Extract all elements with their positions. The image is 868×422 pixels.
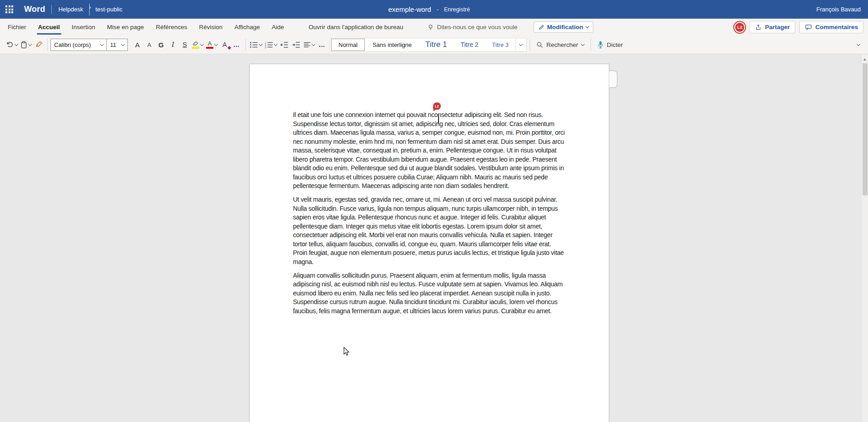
chevron-down-icon [15, 42, 18, 46]
comments-button[interactable]: Commentaires [799, 21, 863, 33]
clear-formatting-button[interactable]: A [219, 38, 231, 51]
highlight-icon [192, 41, 199, 49]
title-separator: - [437, 6, 439, 13]
numbering-button[interactable]: 123 [263, 38, 278, 51]
breadcrumb: Helpdesk › test-public [58, 4, 122, 15]
clear-formatting-icon: A [222, 41, 227, 48]
comments-label: Commentaires [815, 24, 858, 31]
mode-button[interactable]: Modification [534, 21, 594, 33]
share-button[interactable]: Partager [749, 21, 795, 33]
numbered-list-icon: 123 [265, 41, 273, 48]
style-titre-1[interactable]: Titre 1 [419, 38, 454, 51]
format-painter-button[interactable] [33, 38, 45, 51]
save-status[interactable]: Enregistré [444, 6, 470, 13]
waffle-icon [5, 5, 13, 13]
chevron-down-icon [585, 25, 589, 28]
align-icon [303, 42, 311, 48]
alignment-button[interactable] [302, 38, 316, 51]
style-titre-3[interactable]: Titre 3 [485, 38, 515, 51]
format-painter-icon [35, 41, 43, 48]
tab-affichage[interactable]: Affichage [228, 19, 266, 36]
grow-font-button[interactable]: A [131, 38, 143, 51]
font-size-select[interactable]: 11 [107, 39, 128, 51]
tell-me-box[interactable]: Dites-nous ce que vous voule [421, 19, 524, 36]
comment-icon [805, 24, 812, 31]
chevron-down-icon [200, 42, 204, 46]
tab-mise-en-page[interactable]: Mise en page [101, 19, 150, 36]
tab-fichier[interactable]: Fichier [2, 19, 32, 36]
italic-icon: I [172, 41, 174, 48]
bullet-list-icon [250, 41, 258, 48]
document-canvas: Il etait une fois une connexion internet… [0, 54, 868, 422]
comment-indicator-tab[interactable] [609, 71, 617, 88]
tab-accueil[interactable]: Accueil [32, 19, 66, 36]
breadcrumb-site[interactable]: Helpdesk [58, 6, 83, 13]
collapse-ribbon-button[interactable] [853, 38, 864, 51]
breadcrumb-item[interactable]: test-public [96, 6, 122, 13]
search-button[interactable]: Rechercher [533, 38, 588, 51]
bold-button[interactable]: G [155, 38, 167, 51]
user-name[interactable]: François Bavaud [816, 6, 868, 13]
font-name-select[interactable]: Calibri (corps) [50, 39, 107, 51]
font-name-value: Calibri (corps) [54, 41, 91, 48]
decrease-indent-button[interactable] [278, 38, 290, 51]
paste-button[interactable] [19, 38, 33, 51]
scrollbar-thumb[interactable] [863, 63, 868, 195]
style-normal[interactable]: Normal [331, 39, 365, 51]
ellipsis-icon: … [233, 41, 240, 48]
document-title[interactable]: exemple-word [388, 5, 431, 13]
vertical-scrollbar[interactable] [861, 54, 868, 422]
divider [590, 39, 591, 51]
more-paragraph-options-button[interactable]: … [316, 38, 328, 51]
open-in-desktop-button[interactable]: Ouvrir dans l'application de bureau [303, 19, 409, 36]
dictate-button[interactable]: Dicter [594, 38, 626, 51]
chevron-down-icon [214, 42, 218, 46]
bold-icon: G [158, 41, 164, 48]
breadcrumb-separator: › [89, 4, 90, 15]
font-color-icon: A [206, 41, 213, 49]
highlight-button[interactable] [191, 38, 205, 51]
app-launcher-icon[interactable] [0, 0, 19, 19]
font-color-button[interactable]: A [205, 38, 219, 51]
italic-button[interactable]: I [167, 38, 179, 51]
divider [51, 5, 52, 14]
paragraph[interactable]: Il etait une fois une connexion internet… [293, 111, 566, 191]
style-gallery-expand-button[interactable] [515, 38, 526, 51]
chevron-down-icon [100, 42, 104, 46]
bullets-button[interactable] [248, 38, 263, 51]
style-titre-2[interactable]: Titre 2 [454, 38, 485, 51]
style-sans-interligne[interactable]: Sans interligne [366, 38, 419, 51]
undo-icon [6, 41, 14, 48]
tab-revision[interactable]: Révision [193, 19, 228, 36]
chevron-down-icon [259, 42, 262, 46]
undo-button[interactable] [5, 38, 19, 51]
search-icon [536, 41, 543, 48]
scroll-up-arrow-icon[interactable] [863, 57, 866, 61]
command-toolbar: Calibri (corps) 11 A A G I S A A … 123 [0, 36, 868, 54]
lightbulb-icon [427, 24, 434, 31]
tab-aide[interactable]: Aide [266, 19, 290, 36]
tab-insertion[interactable]: Insertion [66, 19, 101, 36]
search-label: Rechercher [546, 41, 578, 48]
shrink-font-icon: A [147, 42, 151, 48]
dictate-label: Dicter [607, 41, 623, 48]
collaborator-cursor-flag[interactable]: LZ [433, 102, 441, 110]
document-page[interactable]: Il etait une fois une connexion internet… [249, 64, 609, 422]
ribbon-tabs: Fichier Accueil Insertion Mise en page R… [0, 19, 593, 36]
chevron-down-icon [857, 42, 860, 46]
divider [47, 39, 48, 51]
more-font-options-button[interactable]: … [231, 38, 242, 51]
tab-references[interactable]: Références [150, 19, 193, 36]
document-text: Il etait une fois une connexion internet… [250, 64, 609, 315]
underline-button[interactable]: S [179, 38, 191, 51]
shrink-font-button[interactable]: A [143, 38, 155, 51]
ribbon-tab-row: Fichier Accueil Insertion Mise en page R… [0, 19, 868, 36]
chevron-down-icon [121, 42, 125, 46]
paragraph[interactable]: Ut velit mauris, egestas sed, gravida ne… [293, 195, 566, 266]
mode-label: Modification [547, 24, 584, 31]
paragraph[interactable]: Aliquam convallis sollicitudin purus. Pr… [293, 271, 566, 316]
ellipsis-icon: … [319, 41, 326, 48]
app-name[interactable]: Word [24, 5, 45, 14]
increase-indent-button[interactable] [290, 38, 302, 51]
collaborator-avatar[interactable]: LZ [734, 22, 745, 33]
